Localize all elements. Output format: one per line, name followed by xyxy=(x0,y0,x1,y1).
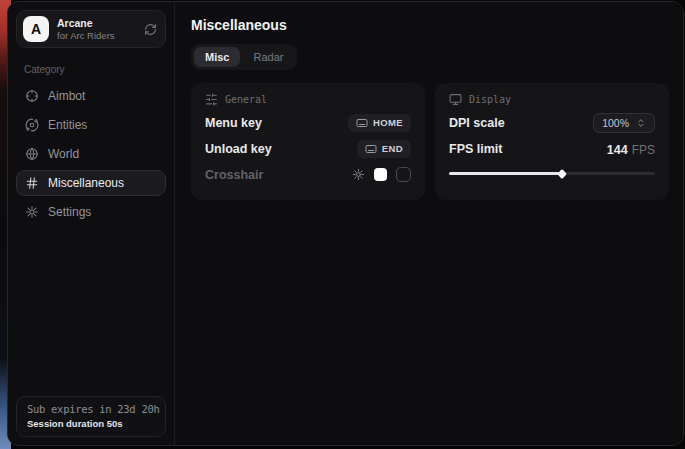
fps-limit-value: 144 xyxy=(607,143,628,157)
sidebar-item-label: Entities xyxy=(48,118,87,132)
session-duration-text: Session duration 50s xyxy=(27,418,155,429)
sliders-icon xyxy=(205,93,218,106)
app-window: A Arcane for Arc Riders Category Aimbot xyxy=(7,1,684,446)
dpi-scale-select[interactable]: 100% xyxy=(593,113,655,133)
fps-slider-fill xyxy=(449,172,562,175)
color-swatch[interactable] xyxy=(374,168,387,181)
orbit-icon xyxy=(25,118,39,132)
sidebar-item-settings[interactable]: Settings xyxy=(16,199,166,225)
sub-expires-text: Sub expires in 23d 20h xyxy=(27,403,155,415)
tab-bar: Misc Radar xyxy=(191,44,297,70)
monitor-icon xyxy=(449,93,462,106)
hash-icon xyxy=(25,176,39,190)
unload-key-bind-button[interactable]: END xyxy=(357,140,411,158)
subscription-info-card: Sub expires in 23d 20h Session duration … xyxy=(16,396,166,437)
crosshair-controls xyxy=(352,167,411,182)
sidebar-item-label: Miscellaneous xyxy=(48,176,124,190)
panels-row: General Menu key HOME Unload key xyxy=(191,83,669,200)
page-title: Miscellaneous xyxy=(191,17,669,33)
dpi-scale-row: DPI scale 100% xyxy=(449,111,655,134)
app-header-texts: Arcane for Arc Riders xyxy=(57,17,136,41)
general-panel: General Menu key HOME Unload key xyxy=(191,83,425,200)
crosshair-icon xyxy=(25,89,39,103)
sidebar-item-label: Settings xyxy=(48,205,91,219)
sidebar-item-aimbot[interactable]: Aimbot xyxy=(16,83,166,109)
display-panel-title: Display xyxy=(469,94,511,105)
fps-limit-label: FPS limit xyxy=(449,142,502,156)
menu-key-value: HOME xyxy=(373,117,403,128)
refresh-icon[interactable] xyxy=(144,23,157,36)
app-subtitle: for Arc Riders xyxy=(57,30,136,41)
gear-icon xyxy=(25,205,39,219)
crosshair-row: Crosshair xyxy=(205,163,411,186)
category-label: Category xyxy=(24,64,166,75)
crosshair-label: Crosshair xyxy=(205,168,263,182)
tab-radar[interactable]: Radar xyxy=(242,47,294,67)
tab-misc[interactable]: Misc xyxy=(194,47,240,67)
app-header-card: A Arcane for Arc Riders xyxy=(16,10,166,48)
fps-slider-thumb[interactable] xyxy=(557,169,567,179)
fps-limit-slider[interactable] xyxy=(449,172,655,175)
menu-key-label: Menu key xyxy=(205,116,262,130)
dpi-scale-label: DPI scale xyxy=(449,116,505,130)
menu-key-row: Menu key HOME xyxy=(205,111,411,134)
chevrons-up-down-icon xyxy=(636,118,646,128)
globe-icon xyxy=(25,147,39,161)
sidebar-item-entities[interactable]: Entities xyxy=(16,112,166,138)
fps-limit-unit: FPS xyxy=(632,143,655,157)
keyboard-icon xyxy=(365,143,377,155)
display-panel: Display DPI scale 100% FPS limit xyxy=(435,83,669,200)
display-panel-header: Display xyxy=(449,93,655,106)
general-panel-header: General xyxy=(205,93,411,106)
keyboard-icon xyxy=(356,117,368,129)
unload-key-label: Unload key xyxy=(205,142,272,156)
sidebar-item-label: Aimbot xyxy=(48,89,85,103)
sidebar-item-world[interactable]: World xyxy=(16,141,166,167)
app-name: Arcane xyxy=(57,17,136,29)
unload-key-value: END xyxy=(382,143,403,154)
sidebar-item-miscellaneous[interactable]: Miscellaneous xyxy=(16,170,166,196)
crosshair-checkbox[interactable] xyxy=(396,167,411,182)
sidebar-item-label: World xyxy=(48,147,79,161)
general-panel-title: General xyxy=(225,94,267,105)
sidebar: A Arcane for Arc Riders Category Aimbot xyxy=(8,2,175,445)
fps-limit-row: FPS limit 144FPS xyxy=(449,137,655,160)
unload-key-row: Unload key END xyxy=(205,137,411,160)
menu-key-bind-button[interactable]: HOME xyxy=(348,114,411,132)
dpi-scale-value: 100% xyxy=(602,117,629,129)
app-logo: A xyxy=(23,16,49,42)
gear-icon[interactable] xyxy=(352,168,365,181)
main-content: Miscellaneous Misc Radar Gene xyxy=(175,2,683,445)
